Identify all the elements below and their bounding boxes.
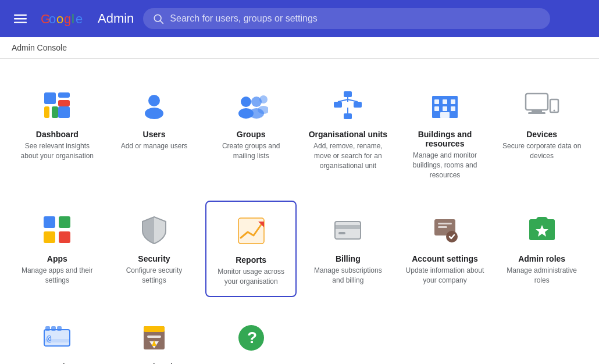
card-title-admin-roles: Admin roles: [518, 254, 565, 263]
svg-rect-68: [45, 326, 50, 331]
card-title-buildings: Buildings and resources: [405, 130, 485, 148]
svg-rect-26: [334, 102, 342, 108]
svg-text:o: o: [56, 12, 63, 26]
svg-rect-63: [536, 217, 548, 223]
svg-rect-40: [451, 106, 455, 111]
svg-rect-42: [526, 94, 548, 110]
card-desc-buildings: Manage and monitor buildings, rooms and …: [405, 151, 485, 180]
svg-rect-38: [434, 106, 439, 111]
svg-text:o: o: [49, 12, 56, 26]
svg-point-19: [241, 97, 251, 107]
card-icon-reports: [234, 213, 269, 248]
menu-icon[interactable]: [9, 8, 31, 30]
svg-rect-48: [44, 231, 55, 243]
search-icon: [152, 13, 164, 24]
svg-rect-15: [58, 100, 70, 106]
search-input[interactable]: [170, 13, 541, 24]
card-org-units[interactable]: Organisational units Add, remove, rename…: [302, 76, 394, 189]
svg-text:g: g: [64, 12, 71, 26]
svg-rect-44: [528, 112, 545, 114]
card-grid: Dashboard See relevant insights about yo…: [12, 76, 587, 364]
card-apps[interactable]: Apps Manage apps and their settings: [12, 201, 103, 297]
card-desc-org-units: Add, remove, rename, move or search for …: [308, 141, 388, 170]
svg-point-23: [259, 95, 268, 104]
card-title-billing: Billing: [336, 254, 361, 263]
card-title-apps: Apps: [47, 254, 67, 263]
svg-rect-11: [44, 92, 56, 104]
card-icon-admin-roles: [525, 212, 559, 247]
card-icon-support: ?: [234, 320, 269, 355]
card-title-reports: Reports: [236, 255, 266, 265]
svg-rect-43: [532, 110, 542, 112]
svg-line-31: [348, 99, 358, 102]
card-devices[interactable]: Devices Secure corporate data on devices: [496, 76, 587, 189]
card-support[interactable]: ? Support Talk to our support team: [205, 309, 297, 364]
svg-rect-56: [335, 225, 361, 229]
svg-rect-0: [14, 15, 27, 16]
card-title-dashboard: Dashboard: [36, 130, 79, 139]
card-icon-account-settings: [427, 212, 462, 247]
svg-point-46: [553, 110, 555, 112]
card-users[interactable]: Users Add or manage users: [109, 76, 200, 189]
card-groups[interactable]: Groups Create groups and mailing lists: [205, 76, 297, 189]
svg-rect-57: [338, 232, 345, 234]
card-title-devices: Devices: [526, 130, 557, 139]
breadcrumb: Admin Console: [0, 37, 599, 59]
svg-rect-67: [44, 339, 70, 342]
svg-rect-27: [354, 102, 362, 108]
svg-point-18: [145, 108, 163, 119]
svg-rect-1: [14, 18, 27, 19]
card-account-settings[interactable]: Account settings Update information abou…: [400, 201, 491, 297]
svg-rect-47: [44, 216, 55, 228]
card-reports[interactable]: Reports Monitor usage across your organi…: [205, 201, 297, 297]
svg-rect-54: [335, 222, 361, 239]
header: G o o g l e Admin: [0, 0, 599, 37]
card-desc-reports: Monitor usage across your organisation: [212, 267, 290, 287]
svg-rect-70: [57, 326, 62, 331]
card-security[interactable]: Security Configure security settings: [109, 201, 200, 297]
svg-rect-2: [14, 22, 27, 23]
svg-rect-16: [58, 106, 70, 118]
svg-rect-25: [344, 91, 352, 97]
card-icon-data-migration: [137, 320, 172, 355]
card-title-org-units: Organisational units: [309, 130, 387, 139]
card-buildings[interactable]: Buildings and resources Manage and monit…: [400, 76, 491, 189]
card-billing[interactable]: Billing Manage subscriptions and billing: [302, 201, 394, 297]
svg-rect-69: [51, 326, 56, 331]
card-desc-users: Add or manage users: [121, 141, 188, 151]
card-icon-apps: [40, 212, 74, 247]
card-icon-org-units: [330, 88, 365, 123]
card-icon-domains: @: [40, 320, 74, 355]
card-icon-users: [137, 88, 172, 123]
card-title-security: Security: [138, 254, 170, 263]
svg-rect-50: [59, 231, 70, 243]
card-icon-billing: [330, 212, 365, 247]
logo-admin-text: Admin: [98, 11, 134, 26]
card-icon-security: [137, 212, 172, 247]
card-desc-security: Configure security settings: [115, 266, 194, 286]
svg-text:e: e: [76, 12, 83, 26]
svg-rect-73: [147, 336, 161, 338]
card-dashboard[interactable]: Dashboard See relevant insights about yo…: [12, 76, 103, 189]
svg-rect-61: [438, 226, 447, 228]
card-admin-roles[interactable]: Admin roles Manage administrative roles: [496, 201, 587, 297]
header-logo: G o o g l e Admin: [41, 10, 134, 27]
svg-rect-60: [438, 223, 452, 224]
card-desc-billing: Manage subscriptions and billing: [308, 266, 388, 286]
card-domains[interactable]: @ Domains Manage your domains: [12, 309, 103, 364]
svg-rect-28: [344, 113, 352, 119]
svg-rect-13: [44, 106, 49, 118]
svg-rect-49: [59, 216, 70, 228]
card-desc-admin-roles: Manage administrative roles: [502, 266, 582, 286]
main-content: Dashboard See relevant insights about yo…: [0, 59, 599, 364]
search-bar[interactable]: [143, 8, 550, 29]
svg-line-30: [338, 99, 348, 102]
card-icon-buildings: [427, 88, 462, 123]
svg-rect-14: [52, 106, 58, 118]
svg-rect-37: [451, 99, 455, 104]
card-icon-dashboard: [40, 88, 74, 123]
card-desc-devices: Secure corporate data on devices: [502, 141, 582, 161]
svg-rect-36: [443, 99, 447, 104]
svg-rect-39: [443, 106, 447, 111]
card-data-migration[interactable]: Data migration Manage migration: [109, 309, 200, 364]
